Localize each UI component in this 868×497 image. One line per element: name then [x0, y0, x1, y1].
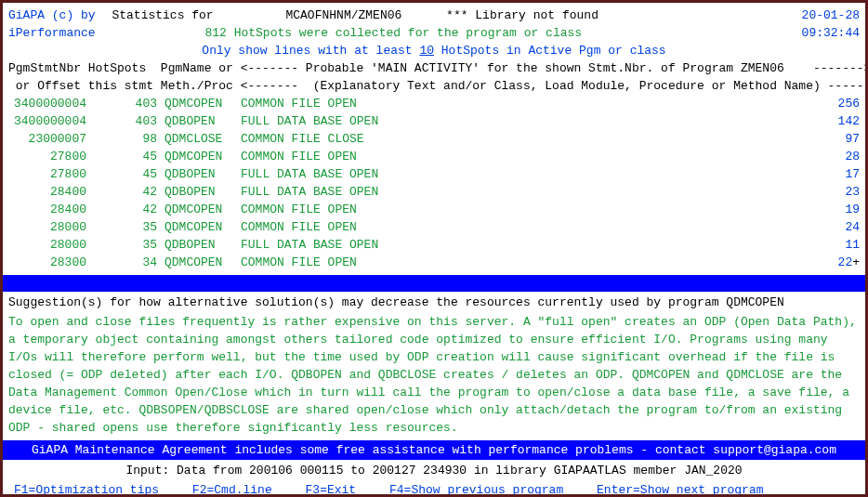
hotspots-stmt: 403: [86, 95, 164, 112]
pgm-name: QDMCOPEN: [164, 95, 241, 112]
hotspots-stmt: 35: [86, 218, 164, 236]
nbr-hotspots: 23: [804, 183, 860, 201]
nbr-hotspots: 22: [796, 254, 852, 271]
filter-threshold-input[interactable]: 10: [419, 44, 434, 58]
nbr-hotspots: 17: [804, 165, 860, 183]
stmt-nbr: 3400000004: [8, 95, 86, 112]
activity-desc: FULL DATA BASE OPEN: [241, 165, 804, 183]
table-row: 2840042QDMCOPENCOMMON FILE OPEN19: [8, 201, 860, 218]
stmt-nbr: 23000007: [8, 130, 86, 148]
activity-desc: COMMON FILE OPEN: [241, 254, 796, 271]
hotspots-stmt: 45: [86, 148, 164, 165]
hotspots-stmt: 98: [86, 130, 164, 148]
activity-desc: COMMON FILE OPEN: [241, 218, 804, 236]
table-row: 3400000004403QDBOPENFULL DATA BASE OPEN1…: [8, 112, 860, 130]
nbr-hotspots: 24: [804, 218, 860, 236]
nbr-hotspots: 142: [804, 112, 860, 130]
table-row: 2830034QDMCOPENCOMMON FILE OPEN22 +: [8, 254, 860, 271]
filter-line: Only show lines with at least 10 HotSpot…: [8, 42, 860, 59]
table-row: 3400000004403QDMCOPENCOMMON FILE OPEN256: [8, 95, 860, 112]
nbr-hotspots: 256: [804, 95, 860, 112]
pgm-name: QDMCOPEN: [164, 201, 241, 218]
column-header-2: or Offset this stmt Meth./Proc <------- …: [8, 77, 860, 95]
table-row: 2800035QDMCOPENCOMMON FILE OPEN24: [8, 218, 860, 236]
table-row: 2780045QDBOPENFULL DATA BASE OPEN17: [8, 165, 860, 183]
enter-key[interactable]: Enter=Show next program: [597, 483, 763, 497]
producer-name: iPerformance: [8, 26, 96, 40]
stmt-nbr: 28400: [8, 183, 86, 201]
activity-desc: COMMON FILE OPEN: [241, 148, 804, 165]
pgm-name: QDMCOPEN: [164, 148, 241, 165]
activity-desc: FULL DATA BASE OPEN: [241, 183, 804, 201]
input-data-line: Input: Data from 200106 000115 to 200127…: [8, 462, 860, 479]
nbr-hotspots: 28: [804, 148, 860, 165]
activity-desc: COMMON FILE OPEN: [241, 95, 804, 112]
hotspots-stmt: 42: [86, 201, 164, 218]
nbr-hotspots: 11: [804, 236, 860, 254]
collected-msg: 812 HotSpots were collected for the prog…: [204, 26, 582, 40]
table-row: 2780045QDMCOPENCOMMON FILE OPEN28: [8, 148, 860, 165]
stmt-nbr: 27800: [8, 148, 86, 165]
stmt-nbr: 28400: [8, 201, 86, 218]
activity-desc: FULL DATA BASE OPEN: [241, 236, 804, 254]
maintenance-banner: GiAPA Maintenance Agreement includes som…: [3, 440, 865, 460]
separator-bar: [3, 275, 865, 292]
pgm-name: QDMCOPEN: [164, 218, 241, 236]
pgm-name: QDBOPEN: [164, 183, 241, 201]
stmt-nbr: 28000: [8, 236, 86, 254]
column-header-1: PgmStmtNbr HotSpots PgmName or <------- …: [8, 59, 860, 77]
hotspots-stmt: 45: [86, 165, 164, 183]
pgm-name: QDBOPEN: [164, 236, 241, 254]
pgm-name: QDBOPEN: [164, 112, 241, 130]
f3-key[interactable]: F3=Exit: [306, 483, 357, 497]
suggestion-title: Suggestion(s) for how alternative soluti…: [8, 294, 860, 311]
stmt-nbr: 27800: [8, 165, 86, 183]
stmt-nbr: 28300: [8, 254, 86, 271]
pgm-name: QDMCOPEN: [164, 254, 241, 271]
table-row: 2840042QDBOPENFULL DATA BASE OPEN23: [8, 183, 860, 201]
hotspots-stmt: 34: [86, 254, 164, 271]
program-name: MCAOFNHNM/ZMEN06: [285, 8, 401, 22]
suggestion-body: To open and close files frequently is ra…: [8, 311, 860, 438]
nbr-hotspots: 19: [804, 201, 860, 218]
more-indicator[interactable]: +: [852, 254, 860, 271]
stats-label: Statistics for: [112, 8, 213, 22]
hotspots-stmt: 35: [86, 236, 164, 254]
product-name: GiAPA (c) by: [8, 8, 96, 22]
date-display: 20-01-28: [802, 7, 860, 24]
library-msg: *** Library not found: [446, 8, 598, 22]
hotspots-stmt: 42: [86, 183, 164, 201]
table-row: 2800035QDBOPENFULL DATA BASE OPEN11: [8, 236, 860, 254]
f4-key[interactable]: F4=Show previous program: [389, 483, 563, 497]
hotspots-stmt: 403: [86, 112, 164, 130]
activity-desc: FULL DATA BASE OPEN: [241, 112, 804, 130]
time-display: 09:32:44: [802, 24, 860, 42]
stmt-nbr: 28000: [8, 218, 86, 236]
nbr-hotspots: 97: [804, 130, 860, 148]
f1-key[interactable]: F1=Optimization tips: [14, 483, 159, 497]
pgm-name: QDBOPEN: [164, 165, 241, 183]
stmt-nbr: 3400000004: [8, 112, 86, 130]
activity-desc: COMMON FILE OPEN: [241, 201, 804, 218]
table-row: 2300000798QDMCLOSECOMMON FILE CLOSE97: [8, 130, 860, 148]
activity-desc: COMMON FILE CLOSE: [241, 130, 804, 148]
pgm-name: QDMCLOSE: [164, 130, 241, 148]
f2-key[interactable]: F2=Cmd.line: [192, 483, 272, 497]
